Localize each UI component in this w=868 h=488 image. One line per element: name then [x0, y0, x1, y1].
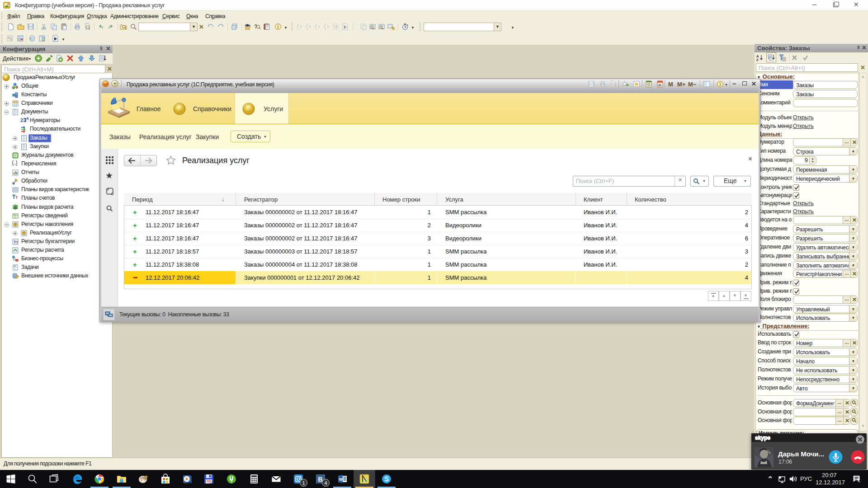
svg-text:1С: 1С — [103, 82, 108, 86]
svg-text:Тт: Тт — [14, 240, 19, 244]
svg-text:i: i — [720, 82, 721, 87]
svg-text:31: 31 — [209, 481, 212, 484]
svg-text:Z: Z — [756, 58, 759, 61]
svg-text:31: 31 — [658, 83, 661, 87]
svg-text:i: i — [278, 24, 279, 29]
svg-text:W: W — [339, 477, 343, 482]
svg-text:skype: skype — [755, 435, 770, 441]
